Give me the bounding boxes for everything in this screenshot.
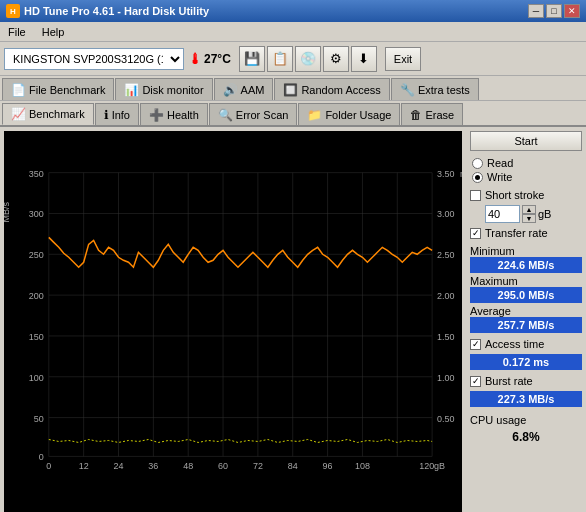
info-icon: ℹ xyxy=(104,108,109,122)
tab-erase[interactable]: 🗑 Erase xyxy=(401,103,463,125)
menu-bar: File Help xyxy=(0,22,586,42)
tab-error-scan[interactable]: 🔍 Error Scan xyxy=(209,103,298,125)
minimize-button[interactable]: ─ xyxy=(528,4,544,18)
tab-random-access[interactable]: 🔲 Random Access xyxy=(274,78,389,100)
tab-disk-monitor-label: Disk monitor xyxy=(142,84,203,96)
tab-folder-usage[interactable]: 📁 Folder Usage xyxy=(298,103,400,125)
svg-text:120gB: 120gB xyxy=(419,461,445,471)
tab-aam[interactable]: 🔊 AAM xyxy=(214,78,274,100)
tabs-row2: 📈 Benchmark ℹ Info ➕ Health 🔍 Error Scan… xyxy=(0,101,586,127)
tab-extra-tests[interactable]: 🔧 Extra tests xyxy=(391,78,479,100)
svg-text:24: 24 xyxy=(114,461,124,471)
spin-row: ▲ ▼ gB xyxy=(485,205,582,223)
erase-icon: 🗑 xyxy=(410,108,422,122)
tab-extra-tests-label: Extra tests xyxy=(418,84,470,96)
extra-tests-icon: 🔧 xyxy=(400,83,415,97)
menu-help[interactable]: Help xyxy=(38,25,69,39)
read-write-group: Read Write xyxy=(470,155,582,185)
random-access-icon: 🔲 xyxy=(283,83,298,97)
maximum-label: Maximum xyxy=(470,275,582,287)
toolbar-btn-1[interactable]: 💾 xyxy=(239,46,265,72)
write-radio[interactable] xyxy=(472,172,483,183)
right-panel: Start Read Write Short stroke ▲ ▼ gB xyxy=(466,127,586,512)
svg-text:MB/s: MB/s xyxy=(4,202,11,223)
tab-random-access-label: Random Access xyxy=(301,84,380,96)
tab-folder-usage-label: Folder Usage xyxy=(325,109,391,121)
minimum-label: Minimum xyxy=(470,245,582,257)
chart-area: 350 300 250 200 150 100 50 0 MB/s 3.50 3… xyxy=(4,131,462,512)
toolbar-btn-4[interactable]: ⚙ xyxy=(323,46,349,72)
svg-text:2.50: 2.50 xyxy=(437,250,454,260)
svg-text:84: 84 xyxy=(288,461,298,471)
file-benchmark-icon: 📄 xyxy=(11,83,26,97)
transfer-rate-row[interactable]: ✓ Transfer rate xyxy=(470,227,582,239)
svg-text:12: 12 xyxy=(79,461,89,471)
temp-display: 🌡 27°C xyxy=(188,51,231,67)
spin-input[interactable] xyxy=(485,205,520,223)
tab-benchmark[interactable]: 📈 Benchmark xyxy=(2,103,94,125)
svg-text:36: 36 xyxy=(148,461,158,471)
svg-text:300: 300 xyxy=(29,209,44,219)
tab-error-scan-label: Error Scan xyxy=(236,109,289,121)
read-radio[interactable] xyxy=(472,158,483,169)
tab-info[interactable]: ℹ Info xyxy=(95,103,139,125)
svg-text:50: 50 xyxy=(34,414,44,424)
transfer-rate-checkbox[interactable]: ✓ xyxy=(470,228,481,239)
svg-text:ms: ms xyxy=(460,169,462,179)
spin-unit: gB xyxy=(538,208,551,220)
drive-select[interactable]: KINGSTON SVP200S3120G (120 gB) xyxy=(4,48,184,70)
toolbar-buttons: 💾 📋 💿 ⚙ ⬇ xyxy=(239,46,377,72)
tab-benchmark-label: Benchmark xyxy=(29,108,85,120)
svg-text:108: 108 xyxy=(355,461,370,471)
toolbar-btn-3[interactable]: 💿 xyxy=(295,46,321,72)
svg-text:48: 48 xyxy=(183,461,193,471)
tab-file-benchmark[interactable]: 📄 File Benchmark xyxy=(2,78,114,100)
svg-text:96: 96 xyxy=(323,461,333,471)
average-value: 257.7 MB/s xyxy=(470,317,582,333)
svg-text:350: 350 xyxy=(29,169,44,179)
app-title: HD Tune Pro 4.61 - Hard Disk Utility xyxy=(24,5,209,17)
svg-text:0: 0 xyxy=(39,452,44,462)
svg-text:3.00: 3.00 xyxy=(437,209,454,219)
write-label: Write xyxy=(487,171,512,183)
tab-info-label: Info xyxy=(112,109,130,121)
exit-button[interactable]: Exit xyxy=(385,47,421,71)
menu-file[interactable]: File xyxy=(4,25,30,39)
short-stroke-label: Short stroke xyxy=(485,189,544,201)
short-stroke-checkbox[interactable] xyxy=(470,190,481,201)
window-controls: ─ □ ✕ xyxy=(528,4,580,18)
transfer-rate-label: Transfer rate xyxy=(485,227,548,239)
minimum-value: 224.6 MB/s xyxy=(470,257,582,273)
stats-section: Minimum 224.6 MB/s Maximum 295.0 MB/s Av… xyxy=(470,243,582,334)
spin-down-button[interactable]: ▼ xyxy=(522,214,536,223)
toolbar-btn-2[interactable]: 📋 xyxy=(267,46,293,72)
read-label: Read xyxy=(487,157,513,169)
burst-rate-value: 227.3 MB/s xyxy=(470,391,582,407)
read-radio-row[interactable]: Read xyxy=(472,157,580,169)
tab-health-label: Health xyxy=(167,109,199,121)
access-time-row[interactable]: ✓ Access time xyxy=(470,338,582,350)
spin-up-button[interactable]: ▲ xyxy=(522,205,536,214)
access-time-value: 0.172 ms xyxy=(470,354,582,370)
close-button[interactable]: ✕ xyxy=(564,4,580,18)
short-stroke-row[interactable]: Short stroke xyxy=(470,189,582,201)
svg-text:200: 200 xyxy=(29,291,44,301)
write-radio-row[interactable]: Write xyxy=(472,171,580,183)
svg-text:0: 0 xyxy=(46,461,51,471)
tab-health[interactable]: ➕ Health xyxy=(140,103,208,125)
start-button[interactable]: Start xyxy=(470,131,582,151)
average-label: Average xyxy=(470,305,582,317)
svg-text:250: 250 xyxy=(29,250,44,260)
main-content: 350 300 250 200 150 100 50 0 MB/s 3.50 3… xyxy=(0,127,586,512)
app-icon: H xyxy=(6,4,20,18)
burst-rate-checkbox[interactable]: ✓ xyxy=(470,376,481,387)
toolbar-btn-5[interactable]: ⬇ xyxy=(351,46,377,72)
disk-monitor-icon: 📊 xyxy=(124,83,139,97)
tab-disk-monitor[interactable]: 📊 Disk monitor xyxy=(115,78,212,100)
burst-rate-row[interactable]: ✓ Burst rate xyxy=(470,375,582,387)
access-time-checkbox[interactable]: ✓ xyxy=(470,339,481,350)
maximize-button[interactable]: □ xyxy=(546,4,562,18)
title-bar: H HD Tune Pro 4.61 - Hard Disk Utility ─… xyxy=(0,0,586,22)
tabs-row1: 📄 File Benchmark 📊 Disk monitor 🔊 AAM 🔲 … xyxy=(0,76,586,101)
aam-icon: 🔊 xyxy=(223,83,238,97)
